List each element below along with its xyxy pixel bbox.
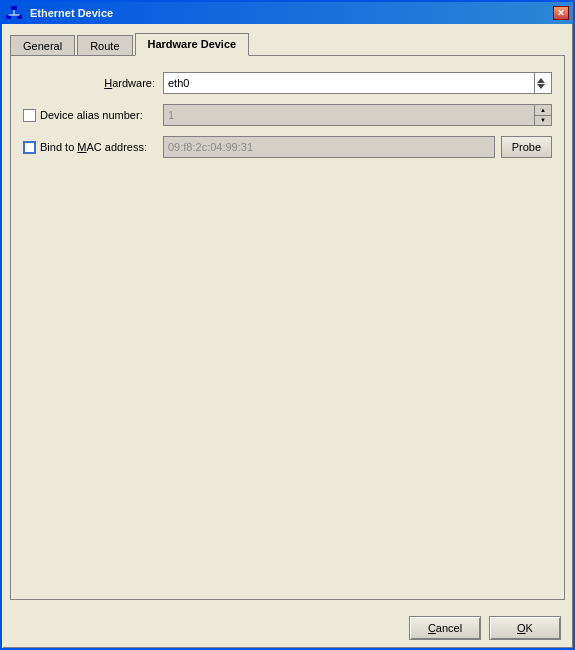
hardware-label: Hardware: [23, 77, 163, 89]
bind-mac-checkbox[interactable] [23, 141, 36, 154]
window-content: General Route Hardware Device Hardware: … [2, 24, 573, 608]
bind-mac-control: Probe [163, 136, 552, 158]
bind-mac-checkbox-area: Bind to MAC address: [23, 141, 163, 154]
title-bar-left: Ethernet Device [6, 5, 113, 21]
window-icon [6, 5, 22, 21]
hardware-control: eth0 [163, 72, 552, 94]
device-alias-spinbox[interactable]: 1 ▲ ▼ [163, 104, 552, 126]
tab-general[interactable]: General [10, 35, 75, 56]
tab-content-hardware-device: Hardware: eth0 Device alias num [10, 55, 565, 600]
device-alias-control: 1 ▲ ▼ [163, 104, 552, 126]
device-alias-spin-down[interactable]: ▼ [535, 116, 551, 126]
bind-mac-input[interactable] [163, 136, 495, 158]
hardware-row: Hardware: eth0 [23, 72, 552, 94]
tab-hardware-device[interactable]: Hardware Device [135, 33, 250, 56]
device-alias-checkbox[interactable] [23, 109, 36, 122]
window-title: Ethernet Device [26, 7, 113, 19]
ok-button[interactable]: OK [489, 616, 561, 640]
close-button[interactable]: ✕ [553, 6, 569, 20]
bind-mac-row: Bind to MAC address: Probe [23, 136, 552, 158]
hardware-select-value: eth0 [168, 77, 189, 89]
tab-route[interactable]: Route [77, 35, 132, 56]
title-bar: Ethernet Device ✕ [2, 2, 573, 24]
device-alias-label-area: Device alias number: [23, 109, 163, 122]
bind-mac-label: Bind to MAC address: [40, 141, 155, 153]
ethernet-device-window: Ethernet Device ✕ General Route Hardware… [0, 0, 575, 650]
hardware-underline: H [104, 77, 112, 89]
cancel-button[interactable]: Cancel [409, 616, 481, 640]
device-alias-label: Device alias number: [40, 109, 151, 121]
button-row: Cancel OK [2, 608, 573, 648]
probe-button[interactable]: Probe [501, 136, 552, 158]
hardware-select-arrow[interactable] [534, 73, 547, 93]
svg-rect-0 [11, 6, 17, 10]
hardware-select[interactable]: eth0 [163, 72, 552, 94]
arrow-down-icon [537, 84, 545, 89]
device-alias-value: 1 [164, 109, 534, 121]
device-alias-spin-up[interactable]: ▲ [535, 105, 551, 116]
mac-underline: M [77, 141, 86, 153]
tab-bar: General Route Hardware Device [10, 28, 565, 55]
device-alias-row: Device alias number: 1 ▲ ▼ [23, 104, 552, 126]
arrow-up-icon [537, 78, 545, 83]
svg-rect-2 [17, 15, 22, 19]
svg-rect-1 [6, 15, 11, 19]
device-alias-spin-buttons: ▲ ▼ [534, 105, 551, 125]
